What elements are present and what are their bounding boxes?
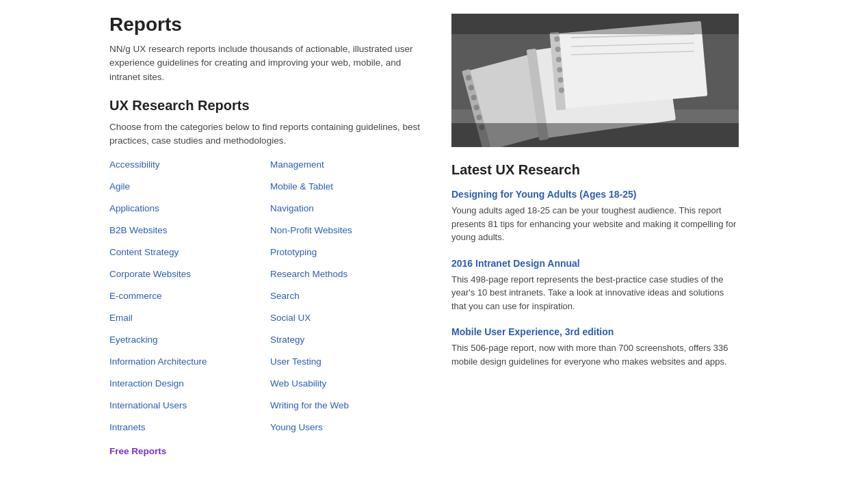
category-link-nonprofit[interactable]: Non-Profit Websites	[270, 225, 352, 235]
category-link-applications[interactable]: Applications	[109, 203, 159, 213]
svg-rect-26	[451, 14, 739, 34]
category-link-interaction-design[interactable]: Interaction Design	[109, 378, 184, 389]
svg-rect-27	[451, 123, 739, 147]
research-item-2: 2016 Intranet Design Annual This 498-pag…	[451, 258, 739, 313]
category-link-information-architecture[interactable]: Information Architecture	[109, 356, 207, 367]
research-item-3: Mobile User Experience, 3rd edition This…	[451, 326, 739, 368]
section-desc: Choose from the categories below to find…	[109, 120, 424, 148]
research-item-1-title[interactable]: Designing for Young Adults (Ages 18-25)	[451, 189, 739, 200]
category-link-strategy[interactable]: Strategy	[270, 335, 304, 345]
category-link-email[interactable]: Email	[109, 313, 133, 323]
category-link-mobile-tablet[interactable]: Mobile & Tablet	[270, 181, 333, 192]
research-item-2-title[interactable]: 2016 Intranet Design Annual	[451, 258, 739, 269]
research-item-1: Designing for Young Adults (Ages 18-25) …	[451, 189, 739, 244]
research-item-3-title[interactable]: Mobile User Experience, 3rd edition	[451, 326, 739, 337]
category-link-intranets[interactable]: Intranets	[109, 422, 146, 432]
category-link-research-methods[interactable]: Research Methods	[270, 269, 347, 279]
category-link-user-testing[interactable]: User Testing	[270, 356, 321, 367]
category-link-web-usability[interactable]: Web Usability	[270, 378, 326, 389]
latest-ux-research-title: Latest UX Research	[451, 162, 739, 178]
category-link-agile[interactable]: Agile	[109, 181, 130, 192]
free-reports-link[interactable]: Free Reports	[109, 446, 424, 456]
research-item-1-desc: Young adults aged 18-25 can be your toug…	[451, 204, 739, 244]
page-container: Reports NN/g UX research reports include…	[0, 0, 868, 470]
category-link-social-ux[interactable]: Social UX	[270, 313, 311, 323]
left-panel: Reports NN/g UX research reports include…	[109, 14, 424, 456]
categories-col1: Accessibility Agile Applications B2B Web…	[109, 159, 263, 432]
categories-grid: Accessibility Agile Applications B2B Web…	[109, 159, 424, 432]
category-link-young-users[interactable]: Young Users	[270, 422, 323, 432]
category-link-management[interactable]: Management	[270, 159, 324, 170]
category-link-eyetracking[interactable]: Eyetracking	[109, 335, 158, 345]
category-link-prototyping[interactable]: Prototyping	[270, 247, 317, 257]
page-title: Reports	[109, 14, 424, 36]
category-link-accessibility[interactable]: Accessibility	[109, 159, 160, 170]
category-link-search[interactable]: Search	[270, 291, 300, 301]
category-link-international-users[interactable]: International Users	[109, 400, 187, 410]
right-panel: Latest UX Research Designing for Young A…	[451, 14, 739, 456]
category-link-navigation[interactable]: Navigation	[270, 203, 314, 213]
research-item-3-desc: This 506-page report, now with more than…	[451, 341, 739, 368]
category-link-corporate-websites[interactable]: Corporate Websites	[109, 269, 191, 279]
categories-col2: Management Mobile & Tablet Navigation No…	[270, 159, 424, 432]
category-link-ecommerce[interactable]: E-commerce	[109, 291, 162, 301]
category-link-content-strategy[interactable]: Content Strategy	[109, 247, 179, 257]
section-title: UX Research Reports	[109, 98, 424, 114]
hero-image	[451, 14, 739, 147]
category-link-writing-web[interactable]: Writing for the Web	[270, 400, 349, 410]
category-link-b2b[interactable]: B2B Websites	[109, 225, 168, 235]
research-item-2-desc: This 498-page report represents the best…	[451, 273, 739, 313]
intro-text: NN/g UX research reports include thousan…	[109, 42, 424, 84]
